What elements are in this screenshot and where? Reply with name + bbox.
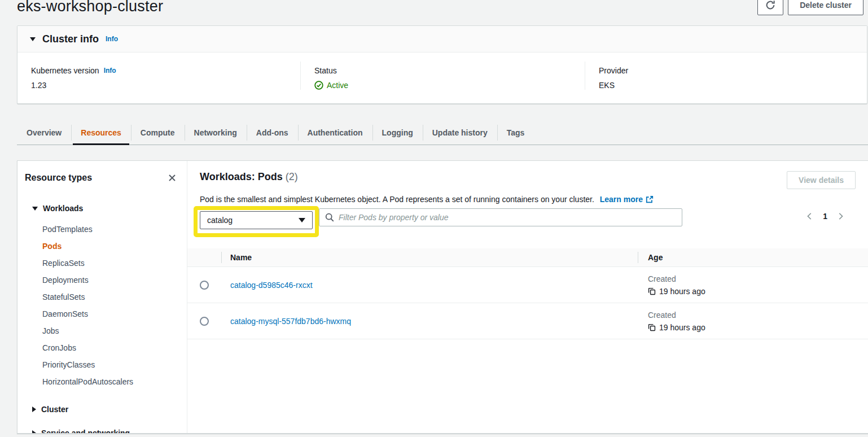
kubernetes-version-field: Kubernetes version Info 1.23 [17,62,300,90]
sidebar-item-podtemplates[interactable]: PodTemplates [32,221,187,238]
sidebar-item-horizontalpodautoscalers[interactable]: HorizontalPodAutoscalers [32,373,187,390]
age-created-label: Created [648,274,868,283]
tab-networking[interactable]: Networking [185,121,247,145]
refresh-icon [765,0,775,10]
tab-update-history[interactable]: Update history [423,121,497,145]
copy-icon [648,324,656,331]
pods-table: Name Age catalog-d5985c46-rxcxt Created [187,248,868,339]
pagination: 1 [806,209,857,221]
chevron-left-icon[interactable] [806,212,814,220]
sidebar-item-deployments[interactable]: Deployments [32,272,187,289]
age-created-label: Created [648,311,868,320]
highlight-annotation: catalog [194,206,319,237]
chevron-right-icon [32,407,36,412]
cluster-info-info-link[interactable]: Info [106,35,118,43]
resources-content: Resource types Workloads PodTemplates Po… [17,160,868,434]
row-select-radio[interactable] [200,317,209,326]
cluster-info-body: Kubernetes version Info 1.23 Status Acti… [17,53,867,103]
age-value: 19 hours ago [648,287,868,296]
tab-add-ons[interactable]: Add-ons [247,121,298,145]
external-link-icon [646,195,654,203]
kubernetes-version-label: Kubernetes version Info [31,66,287,75]
refresh-button[interactable] [757,0,783,15]
namespace-filter-value: catalog [207,216,233,225]
tab-authentication[interactable]: Authentication [298,121,372,145]
pods-filter-input[interactable] [339,213,676,222]
pods-panel: Workloads: Pods (2) View details Pod is … [187,161,868,433]
pods-title-row: Workloads: Pods (2) View details [187,171,868,189]
tab-tags[interactable]: Tags [497,121,534,145]
pod-name-link[interactable]: catalog-mysql-557fdb7bd6-hwxmq [230,317,351,326]
pods-panel-title: Workloads: Pods (2) [200,171,298,183]
kubernetes-version-info-link[interactable]: Info [104,67,116,75]
sidebar-item-statefulsets[interactable]: StatefulSets [32,289,187,305]
name-column-header: Name [221,248,638,266]
row-select-radio[interactable] [200,281,209,290]
copy-icon [648,287,656,295]
resource-types-sidebar: Resource types Workloads PodTemplates Po… [17,161,187,433]
sidebar-header: Resource types [17,172,187,183]
search-icon [325,213,334,222]
tab-logging[interactable]: Logging [372,121,423,145]
kubernetes-version-value: 1.23 [31,81,287,90]
sidebar-group-workloads-header[interactable]: Workloads [32,204,187,213]
filter-row: catalog 1 [187,204,868,237]
pod-name-link[interactable]: catalog-d5985c46-rxcxt [230,281,313,290]
view-details-button[interactable]: View details [787,171,856,189]
sidebar-group-service-networking-header[interactable]: Service and networking [32,429,187,433]
cluster-info-header[interactable]: Cluster info Info [17,26,867,53]
status-label: Status [314,66,571,75]
sidebar-item-pods[interactable]: Pods [32,238,187,255]
chevron-right-icon[interactable] [836,212,844,220]
status-badge: Active [314,81,571,90]
cluster-tabs: Overview Resources Compute Networking Ad… [17,121,868,145]
pods-count: (2) [286,171,298,182]
tab-overview[interactable]: Overview [17,121,71,145]
table-row: catalog-mysql-557fdb7bd6-hwxmq Created 1… [187,303,868,339]
sidebar-item-priorityclasses[interactable]: PriorityClasses [32,356,187,373]
learn-more-link[interactable]: Learn more [600,195,654,204]
tab-resources[interactable]: Resources [71,121,131,145]
close-icon[interactable] [166,172,178,183]
sidebar-group-cluster: Cluster [17,405,187,414]
sidebar-group-workloads: Workloads PodTemplates Pods ReplicaSets … [17,204,187,390]
provider-field: Provider EKS [585,62,867,90]
sidebar-item-daemonsets[interactable]: DaemonSets [32,305,187,322]
cluster-info-title: Cluster info [42,33,99,45]
namespace-filter-dropdown[interactable]: catalog [200,211,313,229]
chevron-down-icon [32,207,38,211]
chevron-down-icon [30,37,36,41]
cluster-info-card: Cluster info Info Kubernetes version Inf… [17,25,867,104]
status-value: Active [327,81,348,90]
tab-compute[interactable]: Compute [131,121,185,145]
page-header: eks-workshop-cluster Delete cluster [0,0,868,25]
chevron-down-icon [299,218,305,222]
pods-filter-searchbox [319,208,682,226]
provider-label: Provider [599,66,853,75]
age-column-header: Age [638,248,868,266]
age-value: 19 hours ago [648,323,868,332]
sidebar-item-cronjobs[interactable]: CronJobs [32,339,187,356]
delete-cluster-button[interactable]: Delete cluster [788,0,863,15]
selection-column-header [187,248,221,266]
provider-value: EKS [599,81,853,90]
status-field: Status Active [300,62,585,90]
page-title: eks-workshop-cluster [17,0,163,15]
sidebar-group-service-networking: Service and networking [17,429,187,433]
sidebar-item-replicasets[interactable]: ReplicaSets [32,255,187,272]
sidebar-item-jobs[interactable]: Jobs [32,322,187,339]
table-header-row: Name Age [187,248,868,267]
chevron-right-icon [32,430,36,433]
table-row: catalog-d5985c46-rxcxt Created 19 hours … [187,267,868,303]
sidebar-title: Resource types [25,173,92,183]
check-circle-icon [314,81,323,90]
header-actions: Delete cluster [757,0,863,15]
page-number[interactable]: 1 [823,212,827,221]
workloads-items: PodTemplates Pods ReplicaSets Deployment… [32,221,187,390]
pods-description: Pod is the smallest and simplest Kuberne… [187,189,868,204]
sidebar-group-cluster-header[interactable]: Cluster [32,405,187,414]
